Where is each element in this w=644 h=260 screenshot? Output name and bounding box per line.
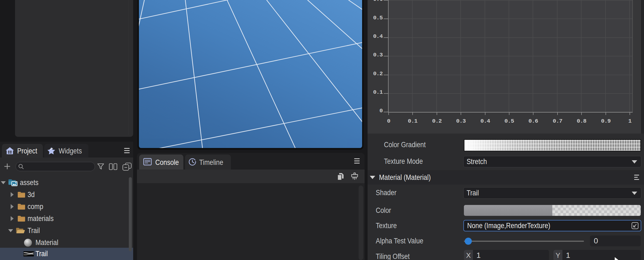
tree-item-material[interactable]: Material: [0, 237, 133, 249]
y-axis-ticks: [384, 0, 388, 112]
assets-scrollbar[interactable]: [129, 177, 132, 251]
tiling-x-value: 1: [476, 250, 481, 260]
tiling-x-prefix: X: [464, 250, 473, 260]
y-tick-label: 0.2: [368, 71, 383, 77]
folder-icon: [17, 215, 25, 222]
x-tick-label: 0.4: [477, 118, 493, 124]
mouse-cursor: [614, 256, 621, 260]
console-menu-icon[interactable]: [354, 158, 360, 164]
x-axis-ticks: [388, 113, 632, 115]
tree-item-trail-selected[interactable]: Trail: [0, 248, 133, 260]
add-asset-button[interactable]: [4, 163, 10, 170]
x-tick-label: 0.2: [429, 118, 445, 124]
shader-label: Shader: [376, 189, 396, 196]
console-panel: Console Timeline: [137, 153, 365, 260]
alpha-slider-knob[interactable]: [465, 238, 472, 245]
scene-view[interactable]: [138, 0, 363, 150]
tab-project-label: Project: [17, 147, 37, 155]
collapse-arrow-icon[interactable]: [11, 204, 14, 209]
tree-item-label: Trail: [28, 225, 40, 237]
texture-mode-label: Texture Mode: [384, 158, 423, 165]
star-icon: [47, 147, 55, 155]
collapse-assets-icon[interactable]: [122, 162, 132, 171]
tree-item-label: 3d: [28, 189, 35, 201]
tree-item-label: comp: [28, 201, 43, 213]
color-gradient-preview[interactable]: [464, 139, 641, 151]
console-toolbar: [137, 170, 365, 183]
x-tick-label: 0.3: [453, 118, 469, 124]
tree-item-label: Material: [35, 237, 58, 249]
material-section-header[interactable]: Material (Material): [368, 170, 644, 185]
x-tick-label: 0: [380, 118, 397, 124]
folder-open-icon: [16, 227, 25, 234]
color-gradient-label: Color Gradient: [384, 141, 426, 149]
tree-item-3d[interactable]: 3d: [0, 189, 133, 201]
tab-timeline-label: Timeline: [199, 159, 223, 166]
curve-plot-area[interactable]: [388, 0, 633, 113]
x-tick-label: 0.8: [573, 118, 590, 124]
clear-log-icon[interactable]: [350, 172, 359, 180]
console-log-area[interactable]: [137, 183, 365, 260]
texture-reference-input[interactable]: None (Image,RenderTexture): [463, 220, 641, 231]
x-tick-label: 0.5: [501, 118, 517, 124]
tiling-x-input[interactable]: X 1: [464, 250, 549, 260]
search-icon: [18, 164, 24, 170]
tab-console[interactable]: Console: [139, 155, 183, 170]
tree-item-label: assets: [20, 177, 38, 189]
texture-value: None (Image,RenderTexture): [467, 220, 550, 231]
texture-mode-select[interactable]: Stretch: [463, 156, 641, 167]
alpha-slider-track[interactable]: [464, 241, 584, 242]
chevron-down-icon: [632, 160, 637, 164]
curve-editor[interactable]: 0.6 0.5 0.4 0.3 0.2 0.1 0 0 0.1 0.2 0.3 …: [368, 0, 641, 134]
chevron-down-icon: [632, 192, 637, 195]
history-clock-icon: [188, 158, 196, 166]
search-input[interactable]: [16, 162, 95, 171]
color-swatch-bar[interactable]: [464, 205, 641, 216]
texture-mode-value: Stretch: [464, 156, 487, 167]
tree-item-materials[interactable]: materials: [0, 213, 133, 225]
expand-arrow-icon[interactable]: [8, 229, 13, 232]
color-solid-half: [464, 205, 552, 216]
scene-grid: [139, 0, 362, 148]
console-icon: [143, 158, 152, 165]
hierarchy-panel-scroll-line: [128, 0, 129, 135]
y-tick-label: 0.3: [368, 52, 383, 58]
split-columns-icon[interactable]: [109, 163, 117, 170]
filter-icon[interactable]: [97, 163, 104, 170]
material-menu-icon[interactable]: [634, 175, 639, 180]
tab-widgets-label: Widgets: [59, 147, 82, 155]
x-tick-label: 0.1: [404, 118, 421, 124]
inspector-right-gutter: [641, 0, 644, 134]
tree-item-assets[interactable]: assets: [0, 177, 133, 189]
y-tick-label: 0.4: [368, 34, 383, 39]
x-tick-label: 1: [622, 118, 638, 124]
texture-picker-icon[interactable]: [631, 222, 639, 229]
material-section-title: Material (Material): [379, 174, 431, 181]
tab-console-label: Console: [155, 159, 179, 166]
texture-label: Texture: [376, 222, 397, 229]
tab-widgets[interactable]: Widgets: [44, 144, 88, 158]
copy-log-icon[interactable]: [337, 173, 344, 181]
console-scrollbar[interactable]: [359, 186, 363, 260]
assets-panel-menu-icon[interactable]: [124, 148, 130, 153]
shader-select[interactable]: Trail: [463, 187, 641, 199]
alpha-value-input[interactable]: 0: [590, 235, 641, 246]
color-label: Color: [376, 207, 391, 214]
tiling-offset-label: Tiling Offset: [376, 253, 410, 260]
y-tick-label: 0: [368, 108, 383, 114]
tiling-y-input[interactable]: Y 1: [553, 250, 641, 260]
tree-item-label: Trail: [35, 248, 48, 260]
material-sphere-icon: [24, 238, 32, 247]
tab-project[interactable]: Project: [2, 144, 43, 158]
tiling-y-prefix: Y: [553, 250, 562, 260]
tree-item-trail-folder[interactable]: Trail: [0, 225, 133, 237]
section-expand-arrow-icon[interactable]: [370, 176, 375, 179]
collapse-arrow-icon[interactable]: [11, 216, 14, 221]
tab-timeline[interactable]: Timeline: [185, 155, 231, 170]
collapse-arrow-icon[interactable]: [11, 192, 14, 197]
expand-arrow-icon[interactable]: [1, 181, 6, 184]
tree-item-comp[interactable]: comp: [0, 201, 133, 213]
home-icon: [5, 147, 14, 155]
folder-icon: [17, 203, 25, 210]
tiling-y-prefix-label: Y: [556, 250, 560, 260]
